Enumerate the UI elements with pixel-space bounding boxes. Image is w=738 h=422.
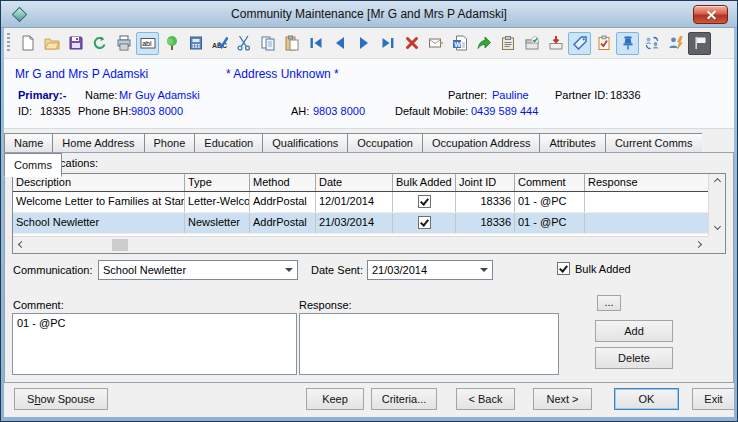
scrollbar-corner <box>708 236 725 253</box>
open-folder-icon[interactable] <box>40 32 63 55</box>
comment-field[interactable]: 01 - @PC <box>12 313 297 375</box>
next-button[interactable]: Next > <box>533 388 592 410</box>
previous-record-icon[interactable] <box>328 32 351 55</box>
cell-response <box>585 192 708 212</box>
save-icon[interactable] <box>64 32 87 55</box>
spellcheck-icon[interactable]: ABC <box>208 32 231 55</box>
joint-name: Mr G and Mrs P Adamski <box>15 67 148 81</box>
svg-text:abl: abl <box>142 40 152 47</box>
edit-field-icon[interactable]: abl <box>136 32 159 55</box>
import-icon[interactable] <box>544 32 567 55</box>
bulk-added-label: Bulk Added <box>575 263 631 275</box>
tab-phone[interactable]: Phone <box>144 133 195 153</box>
new-document-icon[interactable] <box>16 32 39 55</box>
keep-button[interactable]: Keep <box>306 388 364 410</box>
last-record-icon[interactable] <box>376 32 399 55</box>
tab-education[interactable]: Education <box>194 133 262 153</box>
tab-qualifications[interactable]: Qualifications <box>262 133 347 153</box>
calculator-icon[interactable] <box>184 32 207 55</box>
archive-check-icon[interactable] <box>520 32 543 55</box>
cell-type: Newsletter <box>185 213 250 233</box>
grid-horizontal-scrollbar[interactable] <box>13 236 708 253</box>
date-sent-dropdown[interactable]: 21/03/2014 <box>367 260 493 280</box>
tab-home-address[interactable]: Home Address <box>52 133 143 153</box>
bulk-added-checkbox-row: Bulk Added <box>557 262 631 275</box>
horizontal-scroll-thumb[interactable] <box>112 239 128 251</box>
table-row[interactable]: School NewletterNewsletterAddrPostal21/0… <box>13 213 708 234</box>
partner-id-label: Partner ID: <box>555 89 608 101</box>
close-icon <box>705 9 716 20</box>
close-button[interactable] <box>693 5 728 24</box>
column-header-date[interactable]: Date <box>316 174 393 191</box>
response-label: Response: <box>299 299 352 311</box>
pin-icon[interactable] <box>616 32 639 55</box>
tag-icon[interactable] <box>568 32 591 55</box>
more-button[interactable]: ... <box>597 295 621 311</box>
tab-name[interactable]: Name <box>4 133 52 153</box>
cell-comment: 01 - @PC <box>515 192 585 212</box>
scroll-up-icon[interactable] <box>710 174 725 189</box>
grid-vertical-scrollbar[interactable] <box>708 174 725 236</box>
toolbar: ablABCW <box>4 28 734 59</box>
back-button[interactable]: < Back <box>456 388 515 410</box>
first-record-icon[interactable] <box>304 32 327 55</box>
cut-icon[interactable] <box>232 32 255 55</box>
tree-view-icon[interactable] <box>160 32 183 55</box>
export-icon[interactable] <box>472 32 495 55</box>
column-header-bulk-added[interactable]: Bulk Added <box>393 174 456 191</box>
cell-date: 12/01/2014 <box>316 192 393 212</box>
word-document-icon[interactable]: W <box>448 32 471 55</box>
column-header-joint-id[interactable]: Joint ID <box>456 174 515 191</box>
tab-current-comms[interactable]: Current Comms <box>605 133 702 153</box>
column-header-method[interactable]: Method <box>250 174 316 191</box>
copy-icon[interactable] <box>256 32 279 55</box>
column-header-response[interactable]: Response <box>585 174 708 191</box>
flag-icon[interactable] <box>688 32 711 55</box>
cell-joint-id: 18336 <box>456 213 515 233</box>
column-header-comment[interactable]: Comment <box>515 174 585 191</box>
cell-description: Welcome Letter to Families at Start <box>13 192 185 212</box>
window-title: Community Maintenance [Mr G and Mrs P Ad… <box>1 7 737 21</box>
print-icon[interactable] <box>112 32 135 55</box>
email-icon[interactable] <box>424 32 447 55</box>
add-button[interactable]: Add <box>595 320 673 342</box>
tab-comms[interactable]: Comms <box>4 153 62 177</box>
refresh-icon[interactable] <box>88 32 111 55</box>
footer-button-bar: Show Spouse Keep Criteria... < Back Next… <box>4 383 734 417</box>
tab-occupation[interactable]: Occupation <box>347 133 422 153</box>
partner-value: Pauline <box>492 89 529 101</box>
bulk-added-row-checkbox[interactable] <box>418 216 431 229</box>
paste-icon[interactable] <box>280 32 303 55</box>
task-check-icon[interactable] <box>592 32 615 55</box>
column-header-type[interactable]: Type <box>185 174 250 191</box>
grid-rows: Welcome Letter to Families at StartLette… <box>13 192 708 234</box>
chevron-down-icon[interactable] <box>281 261 297 279</box>
tab-occupation-address[interactable]: Occupation Address <box>422 133 539 153</box>
chevron-down-icon[interactable] <box>476 261 492 279</box>
bulk-added-row-checkbox[interactable] <box>418 195 431 208</box>
clipboard-icon[interactable] <box>496 32 519 55</box>
name-value: Mr Guy Adamski <box>119 89 200 101</box>
scroll-right-icon[interactable] <box>693 237 708 252</box>
bulk-added-checkbox[interactable] <box>557 262 570 275</box>
scroll-left-icon[interactable] <box>13 237 28 252</box>
delete-button[interactable]: Delete <box>595 347 673 369</box>
communication-dropdown[interactable]: School Newletter <box>98 260 298 280</box>
communications-grid: DescriptionTypeMethodDateBulk AddedJoint… <box>12 173 726 254</box>
criteria-button[interactable]: Criteria... <box>371 388 437 410</box>
scroll-down-icon[interactable] <box>710 221 725 236</box>
id-value: 18335 <box>40 105 71 117</box>
cell-method: AddrPostal <box>250 213 316 233</box>
ok-button[interactable]: OK <box>614 388 679 410</box>
tab-attributes[interactable]: Attributes <box>539 133 604 153</box>
phone-bh-value: 9803 8000 <box>131 105 183 117</box>
user-flash-icon[interactable] <box>664 32 687 55</box>
toolbar-gripper[interactable] <box>7 33 10 53</box>
response-field[interactable] <box>299 313 559 375</box>
delete-record-icon[interactable] <box>400 32 423 55</box>
sync-users-icon[interactable] <box>640 32 663 55</box>
exit-button[interactable]: Exit <box>692 388 735 410</box>
next-record-icon[interactable] <box>352 32 375 55</box>
table-row[interactable]: Welcome Letter to Families at StartLette… <box>13 192 708 213</box>
show-spouse-button[interactable]: Show Spouse <box>14 388 108 410</box>
